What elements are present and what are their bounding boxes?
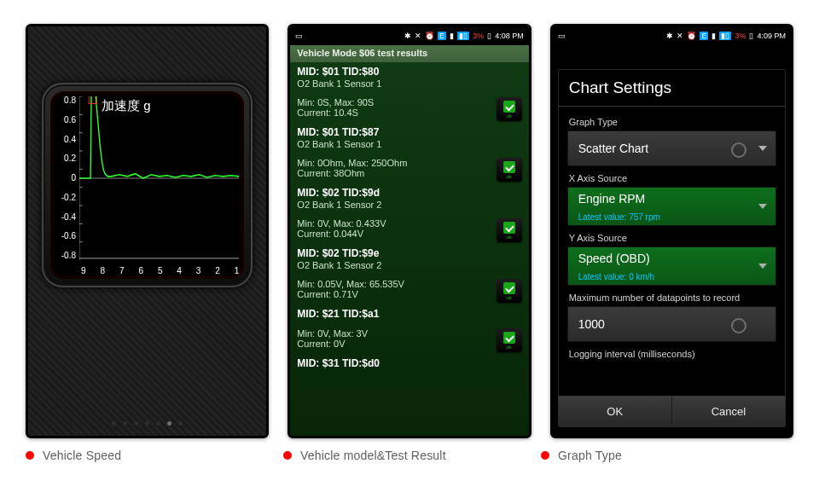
device-icon: ▭ bbox=[295, 32, 303, 40]
chart-area bbox=[79, 96, 239, 260]
max-datapoints-input[interactable]: 1000 bbox=[567, 306, 776, 342]
result-group: MID: $02 TID:$9eO2 Bank 1 Sensor 2 bbox=[290, 244, 528, 275]
result-row: Min: 0V, Max: 0.433VCurrent: 0.044Vok bbox=[290, 215, 528, 244]
result-current: Current: 10.4S bbox=[297, 107, 521, 118]
result-group: MID: $01 TID:$87O2 Bank 1 Sensor 1 bbox=[290, 123, 528, 154]
bullet-icon bbox=[541, 451, 549, 460]
mute-icon: ✕ bbox=[415, 32, 421, 40]
bullet-icon bbox=[26, 451, 34, 460]
result-range: Min: 0V, Max: 0.433V bbox=[297, 218, 521, 229]
alarm-icon: ⏰ bbox=[687, 32, 696, 40]
y-axis-label: Y Axis Source bbox=[569, 233, 776, 243]
result-title: MID: $02 TID:$9d bbox=[297, 187, 521, 199]
ok-button[interactable]: ok bbox=[497, 279, 522, 303]
y-tick: 0.4 bbox=[54, 136, 76, 144]
ok-button[interactable]: ok bbox=[497, 218, 522, 242]
status-bar: ▭ ✱ ✕ ⏰ E ▮ ▮▯ 3% ▯ 4:09 PM bbox=[553, 26, 791, 45]
caption-text: Graph Type bbox=[558, 449, 622, 462]
phone-vehicle-speed: 加速度 g 0.8 0.6 0.4 0.2 0 -0.2 -0.4 -0.6 -… bbox=[26, 24, 269, 438]
device-icon: ▭ bbox=[558, 32, 566, 40]
x-tick: 1 bbox=[235, 266, 240, 275]
y-tick: -0.8 bbox=[54, 252, 76, 260]
result-row: Min: 0V, Max: 3VCurrent: 0Vok bbox=[290, 325, 528, 354]
x-tick: 7 bbox=[119, 266, 125, 275]
result-current: Current: 0.71V bbox=[297, 289, 521, 299]
signal-icon: ▮▯ bbox=[719, 32, 731, 40]
results-list[interactable]: MID: $01 TID:$80O2 Bank 1 Sensor 1Min: 0… bbox=[290, 62, 528, 436]
result-group: MID: $31 TID:$d0 bbox=[290, 354, 528, 374]
check-icon bbox=[503, 332, 515, 344]
y-tick: 0.8 bbox=[54, 96, 76, 105]
result-group: MID: $02 TID:$9dO2 Bank 1 Sensor 2 bbox=[290, 183, 528, 215]
gauge-inner: 加速度 g 0.8 0.6 0.4 0.2 0 -0.2 -0.4 -0.6 -… bbox=[50, 91, 244, 279]
x-tick: 9 bbox=[81, 266, 86, 275]
radio-icon bbox=[731, 142, 746, 158]
graph-type-select[interactable]: Scatter Chart bbox=[567, 130, 776, 166]
gauge-frame: 加速度 g 0.8 0.6 0.4 0.2 0 -0.2 -0.4 -0.6 -… bbox=[42, 83, 253, 287]
y-tick: -0.4 bbox=[54, 213, 76, 222]
x-tick: 6 bbox=[138, 266, 143, 275]
result-range: Min: 0S, Max: 90S bbox=[297, 97, 521, 107]
mute-icon: ✕ bbox=[677, 32, 683, 40]
y-axis-select[interactable]: Speed (OBD) Latest value: 0 km/h bbox=[567, 246, 776, 286]
y-tick: 0.2 bbox=[54, 154, 76, 163]
cancel-button[interactable]: Cancel bbox=[671, 397, 785, 426]
ok-button[interactable]: ok bbox=[497, 328, 522, 352]
x-tick: 4 bbox=[177, 266, 182, 275]
x-tick: 2 bbox=[215, 266, 220, 275]
ok-button[interactable]: OK bbox=[559, 397, 671, 426]
result-title: MID: $02 TID:$9e bbox=[297, 247, 521, 259]
x-axis: 9 8 7 6 5 4 3 2 1 bbox=[81, 266, 239, 275]
result-range: Min: 0V, Max: 3V bbox=[297, 328, 521, 339]
status-bar: ▭ ✱ ✕ ⏰ E ▮ ▮▯ 3% ▯ 4:08 PM bbox=[290, 26, 528, 45]
y-tick: -0.2 bbox=[54, 194, 76, 202]
x-axis-select[interactable]: Engine RPM Latest value: 757 rpm bbox=[567, 187, 776, 226]
chevron-down-icon bbox=[758, 204, 767, 209]
e-badge-icon: E bbox=[700, 32, 708, 40]
result-group: MID: $01 TID:$80O2 Bank 1 Sensor 1 bbox=[290, 62, 528, 94]
chevron-down-icon bbox=[758, 146, 767, 151]
max-datapoints-value: 1000 bbox=[578, 317, 605, 331]
bluetooth-icon: ✱ bbox=[666, 32, 673, 40]
signal-icon: ▮▯ bbox=[457, 32, 469, 40]
check-icon bbox=[503, 161, 515, 173]
result-current: Current: 38Ohm bbox=[297, 168, 521, 178]
ok-label: ok bbox=[506, 345, 511, 350]
bullet-icon bbox=[283, 451, 292, 460]
page-indicator[interactable] bbox=[28, 421, 266, 426]
battery-icon-2: ▯ bbox=[487, 32, 491, 40]
y-axis: 0.8 0.6 0.4 0.2 0 -0.2 -0.4 -0.6 -0.8 bbox=[54, 96, 76, 260]
result-range: Min: 0Ohm, Max: 250Ohm bbox=[297, 158, 521, 168]
battery-percent: 3% bbox=[735, 32, 746, 40]
y-tick: 0.6 bbox=[54, 116, 76, 125]
ok-button[interactable]: ok bbox=[497, 158, 522, 182]
alarm-icon: ⏰ bbox=[425, 32, 434, 40]
result-title: MID: $21 TID:$a1 bbox=[297, 308, 521, 320]
result-row: Min: 0Ohm, Max: 250OhmCurrent: 38Ohmok bbox=[290, 154, 528, 183]
dialog-title: Chart Settings bbox=[559, 70, 785, 107]
result-sensor: O2 Bank 1 Sensor 1 bbox=[297, 139, 521, 149]
chart-settings-dialog: Chart Settings Graph Type Scatter Chart … bbox=[558, 69, 786, 427]
ok-label: ok bbox=[506, 113, 511, 119]
caption-text: Vehicle Speed bbox=[43, 449, 121, 462]
result-row: Min: 0S, Max: 90SCurrent: 10.4Sok bbox=[290, 94, 528, 123]
graph-type-value: Scatter Chart bbox=[578, 142, 648, 155]
caption-3: Graph Type bbox=[541, 449, 780, 462]
y-axis-latest: Latest value: 0 km/h bbox=[578, 272, 655, 281]
result-sensor: O2 Bank 1 Sensor 2 bbox=[297, 260, 521, 270]
y-axis-value: Speed (OBD) bbox=[578, 252, 650, 265]
caption-2: Vehicle model&Test Result bbox=[283, 449, 522, 462]
e-badge-icon: E bbox=[438, 32, 446, 40]
ok-label: ok bbox=[506, 235, 511, 240]
check-icon bbox=[503, 282, 515, 294]
x-tick: 5 bbox=[158, 266, 163, 275]
x-axis-latest: Latest value: 757 rpm bbox=[578, 212, 660, 222]
clock: 4:08 PM bbox=[495, 32, 524, 40]
result-sensor: O2 Bank 1 Sensor 2 bbox=[297, 200, 521, 210]
graph-type-label: Graph Type bbox=[569, 117, 776, 127]
result-group: MID: $21 TID:$a1 bbox=[290, 304, 528, 325]
caption-1: Vehicle Speed bbox=[26, 449, 264, 462]
x-tick: 8 bbox=[100, 266, 105, 275]
battery-percent: 3% bbox=[473, 32, 484, 40]
ok-button[interactable]: ok bbox=[497, 97, 522, 121]
